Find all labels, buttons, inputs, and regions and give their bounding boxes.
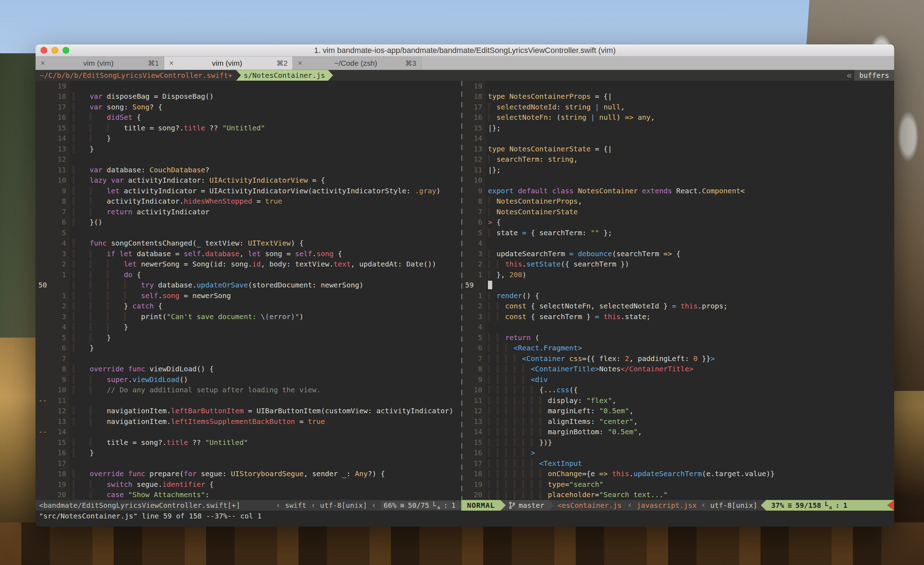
gutter: 15 — [462, 123, 486, 133]
line-number: 3 — [470, 312, 486, 321]
terminal-window: 1. vim bandmate-ios-app/bandmate/bandmat… — [36, 44, 894, 527]
code-line: 1 render() { — [462, 290, 894, 301]
gutter-sign: -- — [36, 427, 48, 436]
gutter: 2 — [36, 301, 70, 312]
left-code-pane-swift[interactable]: 1918 var disposeBag = DisposeBag()17 var… — [36, 81, 461, 500]
terminal-tab-3[interactable]: ×~/Code (zsh)⌘3 — [293, 57, 422, 70]
line-number: 19 — [470, 480, 486, 489]
line-number: 8 — [48, 197, 70, 205]
line-number: 4 — [470, 239, 486, 247]
code-text: selectNoteFn: (string | null) => any, — [486, 113, 655, 121]
code-line: 3 if let database = self.database, let s… — [36, 249, 461, 259]
code-line: 18 onChange={e => this.updateSearchTerm(… — [462, 469, 894, 480]
code-line: 7 return activityIndicator — [36, 207, 461, 217]
code-line: 13type NotesContainerState = {| — [462, 144, 894, 154]
gutter: 3 — [36, 249, 70, 259]
statusline-filetype: swift — [285, 501, 306, 510]
line-number: 3 — [470, 249, 486, 258]
powerline-arrow-icon — [236, 70, 241, 81]
line-number: 2 — [470, 302, 486, 310]
code-text: <div — [486, 375, 548, 384]
code-line: 10 // Do any additional setup after load… — [36, 385, 461, 396]
code-line: 6 <React.Fragment> — [462, 343, 894, 354]
tab-close-icon[interactable]: × — [169, 58, 178, 68]
line-number: 15 — [470, 124, 486, 132]
gutter: 17 — [462, 458, 486, 469]
code-text: state = { searchTerm: "" }; — [486, 228, 612, 237]
code-line: 17 var song: Song? { — [36, 102, 461, 112]
gutter: 7 — [462, 207, 486, 217]
code-line: 15 })} — [462, 437, 894, 448]
terminal-tab-2[interactable]: ×vim (vim)⌘2 — [164, 57, 293, 70]
code-text: lazy var activityIndicator: UIActivityIn… — [70, 176, 325, 184]
code-line: 6> { — [462, 217, 894, 228]
window-titlebar[interactable]: 1. vim bandmate-ios-app/bandmate/bandmat… — [36, 44, 894, 57]
gutter: 7 — [462, 353, 486, 364]
buffer-tab-active-js[interactable]: s/NotesContainer.js — [241, 70, 328, 81]
gutter: 15 — [36, 123, 70, 133]
line-number: 19 — [470, 82, 486, 90]
line-number: 13 — [470, 145, 486, 153]
gutter: 18 — [36, 469, 70, 480]
code-line: 12 searchTerm: string, — [462, 154, 894, 165]
line-number: 14 — [470, 134, 486, 142]
gutter: 9 — [462, 374, 486, 385]
gutter: 12 — [36, 406, 70, 417]
red-chevron-endcap-icon — [887, 500, 894, 511]
code-line: 3 const { searchTerm } = this.state; — [462, 311, 894, 322]
powerline-arrow-icon — [549, 500, 554, 511]
code-text: return ( — [486, 333, 540, 342]
gutter: 12 — [36, 154, 70, 165]
line-number: 16 — [48, 113, 70, 121]
line-number-icon: LN — [433, 501, 440, 510]
code-text: }() — [70, 218, 102, 226]
code-text: type NotesContainerProps = {| — [486, 92, 612, 100]
code-line: 20 placeholder="Search text..." — [462, 490, 894, 501]
tab-close-icon[interactable]: × — [40, 58, 49, 68]
code-line: 18 var disposeBag = DisposeBag() — [36, 91, 461, 102]
line-number: 17 — [470, 103, 486, 111]
gutter: 9 — [36, 374, 70, 385]
line-number: 15 — [470, 438, 486, 447]
terminal-tab-1[interactable]: ×vim (vim)⌘1 — [36, 57, 164, 70]
code-line: 4 func songContentsChanged(_ textView: U… — [36, 238, 461, 249]
gutter-sign: -- — [36, 396, 48, 405]
gutter: 15 — [462, 437, 486, 448]
line-number: 10 — [470, 176, 486, 184]
code-line: 16 didSet { — [36, 112, 461, 123]
gutter: 5 — [462, 332, 486, 343]
gutter: 11 — [462, 395, 486, 406]
line-number: 20 — [470, 490, 486, 499]
buffer-tab-swift[interactable]: ~/C/b/b/b/EditSongLyricsViewController.s… — [36, 70, 236, 81]
line-number: 1 — [48, 291, 70, 300]
code-line: 9 let activityIndicator = UIActivityIndi… — [36, 186, 461, 196]
chevron-left-icon: ‹ — [367, 501, 381, 510]
code-line: 15|}; — [462, 123, 894, 133]
code-line: 4 — [462, 238, 894, 249]
code-text: const { searchTerm } = this.state; — [486, 312, 651, 321]
gutter: 5 — [36, 332, 70, 343]
colon-separator: : — [835, 501, 839, 510]
line-number: 1 — [470, 270, 486, 279]
code-text: func songContentsChanged(_ textView: UIT… — [70, 239, 303, 247]
line-number: 6 — [470, 344, 486, 352]
gutter: 20 — [36, 490, 70, 501]
code-text: } — [70, 134, 111, 142]
scroll-percent: 66% — [384, 501, 397, 510]
code-text: |}; — [486, 166, 501, 174]
code-line: 2 this.setState({ searchTerm }) — [462, 259, 894, 270]
code-text: var database: CouchDatabase? — [70, 166, 209, 174]
vim-command-line[interactable]: "src/NotesContainer.js" line 59 of 158 -… — [36, 511, 894, 521]
gutter: 18 — [462, 91, 486, 102]
tab-close-icon[interactable]: × — [298, 58, 306, 68]
code-text: |}; — [486, 124, 501, 132]
gutter: 2 — [36, 259, 70, 270]
line-number: 6 — [48, 218, 70, 226]
line-number: 14 — [48, 427, 70, 436]
gutter: 13 — [462, 416, 486, 427]
gutter: 14 — [36, 133, 70, 144]
statusline-left-right-group: ‹ swift ‹ utf-8[unix] ‹ 66% ≡ 50/75 LN :… — [271, 501, 461, 510]
code-text: <ContainerTitle>Notes</ContainerTitle> — [486, 364, 693, 373]
right-code-pane-javascript[interactable]: 1918type NotesContainerProps = {|17 sele… — [462, 81, 894, 500]
chevron-left-icon: ‹ — [696, 500, 710, 511]
